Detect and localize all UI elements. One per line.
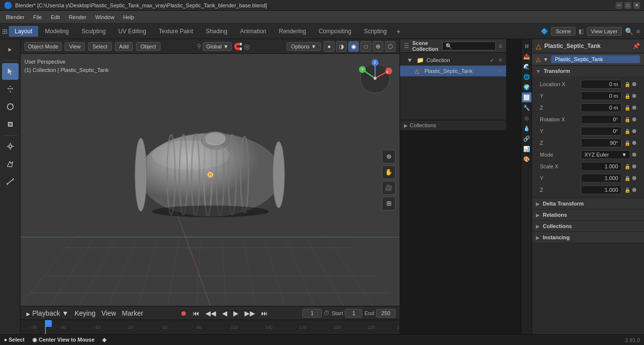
object-visibility-icon[interactable]: 👁 <box>498 68 503 74</box>
viewport-xray-toggle[interactable]: ⬡ <box>385 41 396 52</box>
rotation-x-lock-icon[interactable]: 🔒 <box>624 117 630 122</box>
scale-x-input[interactable]: 1.000 <box>581 162 622 171</box>
move-tool-button[interactable] <box>2 81 19 97</box>
annotate-tool-button[interactable] <box>2 156 19 172</box>
scale-z-dot[interactable] <box>632 188 636 192</box>
location-x-input[interactable]: 0 m <box>581 80 622 89</box>
location-z-lock-icon[interactable]: 🔒 <box>624 105 630 111</box>
viewport-shading-material[interactable]: ◑ <box>336 41 347 52</box>
transform-tool-button[interactable] <box>2 138 19 155</box>
scale-y-lock-icon[interactable]: 🔒 <box>624 176 630 181</box>
prop-render-icon[interactable]: 🖥 <box>522 41 532 51</box>
rotation-x-input[interactable]: 0° <box>581 115 622 124</box>
mode-selector[interactable]: ▶ <box>1 41 20 58</box>
record-button[interactable]: ⏺ <box>178 308 189 318</box>
prop-object-icon[interactable]: ⬜ <box>522 92 532 102</box>
outliner-search-input[interactable] <box>442 42 496 50</box>
skip-first-button[interactable]: ⏮ <box>191 308 201 318</box>
delta-transform-header[interactable]: ▶ Delta Transform <box>532 198 644 209</box>
scale-z-lock-icon[interactable]: 🔒 <box>624 187 630 193</box>
scale-y-input[interactable]: 1.000 <box>581 174 622 183</box>
menu-file[interactable]: File <box>29 13 46 21</box>
collections-expand-icon[interactable]: ▶ <box>404 123 408 128</box>
timeline-view-menu[interactable]: View <box>99 308 118 318</box>
keying-menu[interactable]: Keying <box>72 308 97 318</box>
rotation-mode-dropdown[interactable]: XYZ Euler ▼ <box>581 150 630 159</box>
scale-x-lock-icon[interactable]: 🔒 <box>624 164 630 169</box>
marker-menu[interactable]: Marker <box>120 308 145 318</box>
menu-blender[interactable]: Blender <box>2 13 28 21</box>
search-icon[interactable]: 🔍 <box>625 27 633 35</box>
zoom-extents-button[interactable]: ⊕ <box>382 150 396 163</box>
maximize-button[interactable]: □ <box>624 2 631 9</box>
camera-view-button[interactable]: 🎥 <box>382 181 396 195</box>
rotation-mode-dot[interactable] <box>632 153 636 157</box>
playhead[interactable] <box>45 320 46 334</box>
add-menu[interactable]: Add <box>115 42 133 51</box>
transform-space-dropdown[interactable]: Global ▼ <box>203 42 232 51</box>
filter-icon[interactable]: ≡ <box>636 27 640 35</box>
tab-uv-editing[interactable]: UV Editing <box>112 26 152 37</box>
instancing-header[interactable]: ▶ Instancing <box>532 232 644 243</box>
transform-section-header[interactable]: ▼ Transform <box>532 66 644 76</box>
viewport-shading-rendered[interactable]: ◉ <box>348 41 359 52</box>
playback-menu[interactable]: ▶ Playback ▼ <box>24 308 70 318</box>
scale-y-dot[interactable] <box>632 176 636 180</box>
tab-compositing[interactable]: Compositing <box>313 26 357 37</box>
tab-sculpting[interactable]: Sculpting <box>76 26 111 37</box>
location-z-input[interactable]: 0 m <box>581 103 622 112</box>
location-z-dot[interactable] <box>632 106 636 110</box>
prop-viewlayer-icon[interactable]: 🌊 <box>522 62 532 71</box>
location-y-lock-icon[interactable]: 🔒 <box>624 93 630 99</box>
scale-x-dot[interactable] <box>632 164 636 168</box>
measure-tool-button[interactable] <box>2 173 19 190</box>
3d-viewport[interactable]: User Perspective (1) Collection | Plasti… <box>21 54 400 306</box>
rotation-z-lock-icon[interactable]: 🔒 <box>624 140 630 146</box>
tab-shading[interactable]: Shading <box>200 26 233 37</box>
outliner-item-collection[interactable]: ▼ 📁 Collection ✓ 👁 <box>400 55 506 66</box>
menu-render[interactable]: Render <box>65 13 90 21</box>
tab-animation[interactable]: Animation <box>234 26 272 37</box>
prop-physics-icon[interactable]: 💧 <box>522 123 532 133</box>
tab-rendering[interactable]: Rendering <box>273 26 311 37</box>
scene-selector[interactable]: Scene <box>551 27 575 36</box>
collection-check-icon[interactable]: ✓ <box>490 58 494 63</box>
view-menu[interactable]: View <box>65 42 85 51</box>
prop-data-icon[interactable]: 📊 <box>522 144 532 154</box>
play-reverse-button[interactable]: ◀ <box>220 308 229 318</box>
menu-edit[interactable]: Edit <box>47 13 64 21</box>
select-menu[interactable]: Select <box>88 42 112 51</box>
prop-modifier-icon[interactable]: 🔧 <box>522 103 532 113</box>
prev-frame-button[interactable]: ◀◀ <box>203 308 218 318</box>
collection-visibility-icon[interactable]: 👁 <box>498 57 503 63</box>
prop-world-icon[interactable]: 🌍 <box>522 82 532 92</box>
frame-start-input[interactable]: 1 <box>345 309 362 318</box>
tab-texture-paint[interactable]: Texture Paint <box>153 26 199 37</box>
rotation-y-lock-icon[interactable]: 🔒 <box>624 129 630 134</box>
rotate-tool-button[interactable] <box>2 98 19 115</box>
rotation-y-input[interactable]: 0° <box>581 127 622 136</box>
pan-button[interactable]: ✋ <box>382 165 396 179</box>
rotation-z-input[interactable]: 90° <box>581 138 622 147</box>
outliner-item-plastic-septic-tank[interactable]: △ Plastic_Septic_Tank 👁 <box>400 66 506 76</box>
location-y-input[interactable]: 0 m <box>581 92 622 100</box>
prop-material-icon[interactable]: 🎨 <box>522 154 532 164</box>
next-frame-button[interactable]: ▶▶ <box>243 308 257 318</box>
navigation-gizmo[interactable]: X Y Z <box>355 59 395 98</box>
frame-end-input[interactable]: 250 <box>376 309 396 318</box>
object-menu[interactable]: Object <box>136 42 160 51</box>
play-button[interactable]: ▶ <box>231 308 241 318</box>
tab-layout[interactable]: Layout <box>9 26 38 37</box>
rotation-y-dot[interactable] <box>632 129 636 133</box>
prop-scene-icon[interactable]: 🌐 <box>522 72 532 82</box>
prop-output-icon[interactable]: 📤 <box>522 51 532 61</box>
rotation-z-dot[interactable] <box>632 141 636 145</box>
prop-particles-icon[interactable]: ◎ <box>522 113 532 123</box>
add-workspace-button[interactable]: + <box>394 26 403 36</box>
minimize-button[interactable]: ─ <box>616 2 622 9</box>
location-x-dot[interactable] <box>632 82 636 86</box>
close-button[interactable]: ✕ <box>633 2 640 9</box>
props-pin-button[interactable]: 📌 <box>633 43 640 49</box>
rotation-x-dot[interactable] <box>632 117 636 121</box>
orthographic-toggle[interactable]: ⊞ <box>382 197 396 210</box>
